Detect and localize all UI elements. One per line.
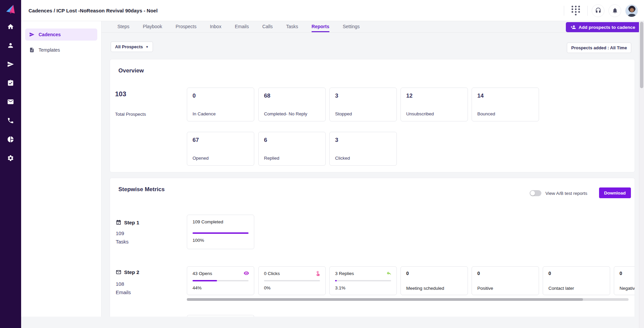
next-step-card-partial [187,315,254,317]
time-filter-label: Prospects added : All Time [571,45,627,50]
opens-card: 43 Opens 44% [187,266,254,295]
app-sidebar [0,0,21,328]
vertical-scrollbar-thumb[interactable] [640,22,643,88]
dialpad-icon[interactable] [572,6,580,15]
document-icon [29,47,35,53]
stat-value: 3 [335,93,391,99]
metric-value: 0 [406,271,462,276]
app-logo[interactable] [0,0,21,19]
settings-gear-icon[interactable] [7,154,14,162]
tab-steps[interactable]: Steps [117,21,129,32]
stepwise-metrics-panel: Stepwise Metrics View A/B test reports D… [110,178,635,317]
step1-count: 109 [116,230,124,236]
step-name: Step 1 [124,220,139,225]
cadences-send-icon[interactable] [7,60,14,68]
stat-value: 3 [335,137,391,144]
replies-card: 3 Replies 3.1% [329,266,397,295]
stat-card-in-cadence: 0 In Cadence [187,88,254,121]
metric-label: Positive [477,286,533,291]
progress-bar [335,280,337,281]
user-avatar[interactable] [625,4,638,17]
stat-value: 103 [115,90,182,98]
step2-count: 108 [116,281,124,287]
overview-title: Overview [118,67,144,74]
tab-settings[interactable]: Settings [343,21,360,32]
metric-percent: 100% [193,238,204,243]
ab-test-toggle[interactable] [530,190,541,196]
tab-reports[interactable]: Reports [312,21,329,32]
header-divider [587,6,588,16]
reports-pie-icon[interactable] [7,135,14,143]
paper-plane-logo-icon [5,4,16,15]
overview-panel: Overview 103 Total Prospects 0 In Cadenc… [110,59,635,172]
step1-unit: Tasks [116,239,128,244]
tab-tasks[interactable]: Tasks [286,21,298,32]
breadcrumb: Cadences / ICP Lost -NoReason Revival 90… [29,8,158,13]
metric-label: Contact later [548,286,604,291]
metric-title: 0 Clicks [264,271,320,276]
contacts-icon[interactable] [7,42,14,49]
metric-label: Negative [620,286,635,291]
step1-completed-card: 109 Completed 100% [187,215,254,249]
emails-envelope-icon[interactable] [7,98,14,105]
horizontal-scrollbar[interactable] [187,298,629,301]
stat-label: Total Prospects [115,112,182,117]
tab-calls[interactable]: Calls [262,21,273,32]
metric-percent: 3.1% [335,285,345,290]
tasks-clipboard-icon[interactable] [7,79,14,87]
person-add-icon [571,24,576,30]
stat-card-clicked: 3 Clicked [329,132,397,166]
horizontal-scrollbar-thumb[interactable] [187,298,583,301]
metric-percent: 44% [193,285,202,290]
tab-playbook[interactable]: Playbook [143,21,162,32]
ab-test-toggle-label: View A/B test reports [545,191,587,196]
metric-value: 0 [548,271,604,276]
metric-label: Meeting scheduled [406,286,462,291]
send-icon [29,32,35,37]
tab-inbox[interactable]: Inbox [210,21,221,32]
stat-value: 14 [477,93,533,99]
stepwise-title: Stepwise Metrics [118,186,165,193]
metric-value: 0 [620,271,635,276]
sidebar-item-templates[interactable]: Templates [25,44,97,56]
add-prospects-button[interactable]: Add prospects to cadence [566,22,640,32]
tab-prospects[interactable]: Prospects [175,21,196,32]
metric-title: 3 Replies [335,271,391,276]
sidebar-item-cadences[interactable]: Cadences [25,29,97,41]
stat-label: Bounced [477,111,533,116]
eye-icon [244,270,249,276]
sidebar-item-label: Cadences [39,32,61,37]
progress-track [264,280,320,281]
stat-value: 68 [264,93,320,99]
stat-label: Opened [193,156,249,161]
header-divider [564,6,564,16]
contact-later-card: 0 Contact later [543,266,610,295]
tab-emails[interactable]: Emails [235,21,249,32]
top-header: Cadences / ICP Lost -NoReason Revival 90… [21,0,644,21]
chevron-down-icon: ▼ [146,45,149,49]
download-button[interactable]: Download [599,187,631,198]
vertical-scrollbar[interactable] [639,21,644,328]
headset-button[interactable] [592,4,604,17]
click-icon [315,270,321,276]
meeting-scheduled-card: 0 Meeting scheduled [400,266,468,295]
positive-card: 0 Positive [472,266,539,295]
step2-unit: Emails [116,289,131,295]
stat-value: 12 [406,93,462,99]
home-icon[interactable] [7,23,14,30]
sidebar-icon-stack [0,23,21,173]
stat-card-opened: 67 Opened [187,132,254,166]
calendar-check-icon [116,220,121,225]
clicks-card: 0 Clicks 0% [258,266,326,295]
notifications-button[interactable] [608,4,621,17]
bell-icon [612,7,618,14]
time-filter-button[interactable]: Prospects added : All Time [567,43,631,53]
stat-card-completed-no-reply: 68 Completed- No Reply [258,88,326,121]
envelope-outline-icon [116,269,121,275]
calls-phone-icon[interactable] [7,117,14,124]
nav-sidebar: Cadences Templates [21,21,102,317]
stat-value: 0 [193,93,249,99]
prospect-filter-dropdown[interactable]: All Prospects ▼ [111,42,153,52]
sidebar-item-label: Templates [39,47,60,53]
headset-icon [595,7,601,14]
